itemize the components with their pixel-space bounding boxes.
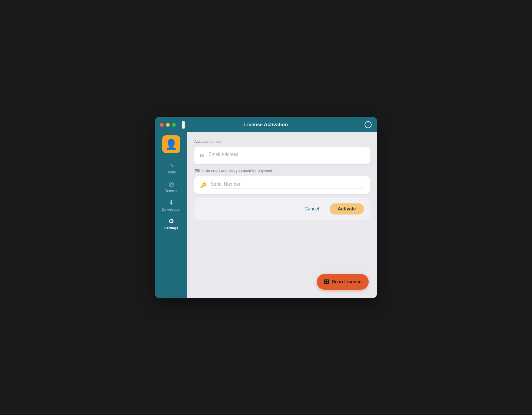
sidebar: 👤 ⌂ Home ◎ Detector ⬇ Downloader ⚙ Setti… bbox=[155, 132, 187, 298]
sidebar-item-downloader[interactable]: ⬇ Downloader bbox=[155, 196, 187, 214]
email-icon: ✉ bbox=[200, 152, 204, 159]
maximize-button[interactable] bbox=[172, 123, 176, 127]
email-card: ✉ bbox=[194, 147, 370, 164]
sidebar-item-label-home: Home bbox=[167, 170, 176, 174]
titlebar-title: License Activation bbox=[244, 122, 288, 128]
info-button[interactable]: i bbox=[365, 121, 372, 128]
main-area: 👤 ⌂ Home ◎ Detector ⬇ Downloader ⚙ Setti… bbox=[155, 132, 377, 298]
sidebar-item-home[interactable]: ⌂ Home bbox=[155, 159, 187, 177]
cancel-button[interactable]: Cancel bbox=[300, 204, 324, 214]
detector-icon: ◎ bbox=[169, 180, 174, 188]
close-button[interactable] bbox=[160, 123, 164, 127]
minimize-button[interactable] bbox=[166, 123, 170, 127]
downloader-icon: ⬇ bbox=[169, 199, 174, 206]
serial-input[interactable] bbox=[211, 182, 364, 189]
email-input[interactable] bbox=[209, 152, 364, 159]
app-window: ‹ License Activation i 👤 ⌂ Home ◎ Detect… bbox=[155, 117, 377, 298]
email-input-row: ✉ bbox=[194, 147, 370, 164]
back-button[interactable]: ‹ bbox=[182, 121, 185, 129]
sidebar-item-settings[interactable]: ⚙ Settings bbox=[155, 215, 187, 233]
home-icon: ⌂ bbox=[169, 161, 173, 169]
sidebar-item-detector[interactable]: ◎ Detector bbox=[155, 178, 187, 195]
qr-icon: ⊞ bbox=[324, 278, 329, 286]
app-icon: 👤 bbox=[162, 135, 180, 153]
key-icon: 🔑 bbox=[200, 182, 206, 189]
actions-card: Cancel Activate bbox=[194, 198, 370, 220]
scan-license-button[interactable]: ⊞ Scan License bbox=[317, 274, 369, 290]
email-hint: Fill in the email address you used for p… bbox=[194, 168, 370, 173]
section-label: Activate license bbox=[194, 139, 370, 144]
titlebar: ‹ License Activation i bbox=[155, 117, 377, 132]
sidebar-item-label-detector: Detector bbox=[164, 189, 178, 193]
serial-input-row: 🔑 bbox=[194, 176, 370, 194]
serial-card: 🔑 bbox=[194, 176, 370, 194]
content-area: Activate license ✉ Fill in the email add… bbox=[187, 132, 377, 298]
scan-license-label: Scan License bbox=[332, 279, 362, 284]
user-icon: 👤 bbox=[165, 138, 177, 150]
settings-icon: ⚙ bbox=[168, 217, 174, 225]
sidebar-item-label-settings: Settings bbox=[164, 226, 178, 230]
traffic-lights bbox=[160, 123, 176, 127]
activate-button[interactable]: Activate bbox=[330, 203, 364, 214]
sidebar-item-label-downloader: Downloader bbox=[162, 207, 181, 212]
